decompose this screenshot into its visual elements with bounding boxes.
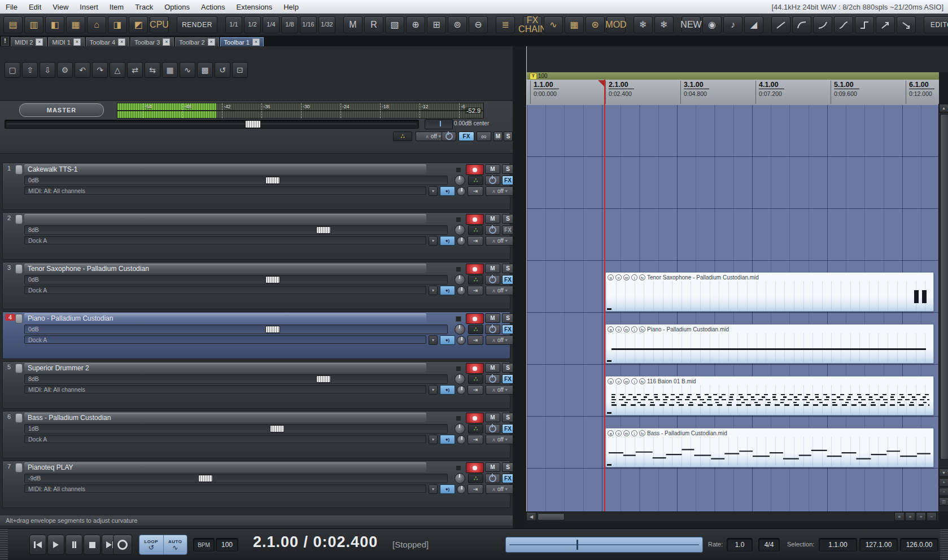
- trim-envelope-button[interactable]: ∴: [468, 225, 483, 235]
- edit-cursor[interactable]: [604, 80, 605, 511]
- record-monitor-button[interactable]: ●): [440, 335, 455, 345]
- envelope-mode-dropdown[interactable]: ∧ off ▾: [486, 435, 514, 444]
- add-marker-icon[interactable]: M: [343, 16, 362, 33]
- pan-knob[interactable]: [455, 324, 465, 335]
- record-monitor-button[interactable]: ●): [440, 385, 455, 395]
- virtual-keys-icon[interactable]: ▦: [565, 16, 584, 33]
- envelope-nodes-icon[interactable]: ∿: [180, 62, 195, 78]
- item-fx-icon[interactable]: fx: [639, 378, 645, 384]
- master-solo-button[interactable]: S: [504, 132, 513, 141]
- item-properties-icon[interactable]: i: [631, 378, 637, 384]
- input-gain-knob[interactable]: [457, 286, 466, 295]
- media-item[interactable]: a ≡ m i fx Piano - Palladium Custodian.m…: [605, 324, 934, 364]
- pan-knob[interactable]: [455, 274, 465, 285]
- zoom-out-icon[interactable]: ⊖: [469, 16, 488, 33]
- add-region-icon[interactable]: R: [364, 16, 383, 33]
- mute-button[interactable]: M: [485, 264, 500, 273]
- track-template-icon[interactable]: ▤: [3, 16, 23, 33]
- docker-tab[interactable]: Toolbar 1 ×: [220, 37, 264, 46]
- selection-end-field[interactable]: 127.1.00: [859, 538, 898, 552]
- volume-fader[interactable]: 0dB: [24, 176, 448, 185]
- record-arm-button[interactable]: [466, 313, 484, 324]
- record-arm-button[interactable]: [466, 462, 484, 473]
- home-icon[interactable]: ⌂: [87, 16, 106, 33]
- item-notes-icon[interactable]: ≡: [615, 378, 622, 384]
- vscroll-thumb[interactable]: [940, 114, 948, 460]
- media-item[interactable]: a ≡ m i fx Bass - Palladium Custodian.mi…: [605, 428, 934, 467]
- envelope-mode-dropdown[interactable]: ∧ off ▾: [486, 484, 514, 494]
- new-item-icon[interactable]: ▢: [5, 62, 20, 78]
- mute-button[interactable]: M: [485, 164, 500, 174]
- menu-item[interactable]: Extensions: [231, 3, 278, 11]
- menu-item[interactable]: Actions: [195, 3, 231, 11]
- automation-button[interactable]: AUTO ∿: [164, 535, 187, 554]
- menu-item[interactable]: Options: [159, 3, 195, 11]
- input-gain-knob[interactable]: [457, 187, 466, 196]
- zoom-items-icon[interactable]: ⊞: [427, 16, 446, 33]
- media-item[interactable]: a ≡ m i fx 116 Baion 01 B.mid: [605, 376, 934, 415]
- folder-compact-button[interactable]: [456, 316, 461, 322]
- selection-length-field[interactable]: 126.0.00: [900, 538, 938, 552]
- editor-button[interactable]: EDITOR: [924, 16, 948, 33]
- track-power-button[interactable]: [485, 424, 500, 434]
- input-routing-field[interactable]: MIDI: All: All channels: [24, 484, 426, 493]
- master-button[interactable]: MASTER: [19, 103, 104, 117]
- marquee-select-icon[interactable]: ▧: [385, 16, 404, 33]
- go-to-start-button[interactable]: [29, 535, 46, 555]
- fader-handle[interactable]: [198, 475, 213, 482]
- master-mute-button[interactable]: M: [493, 132, 503, 141]
- track-name-field[interactable]: Superior Drummer 2: [24, 363, 426, 373]
- trim-envelope-button[interactable]: ∴: [468, 374, 483, 384]
- fx-button[interactable]: FX: [502, 424, 514, 434]
- alert-icon[interactable]: !: [1, 37, 9, 46]
- input-assign-button[interactable]: ⇥: [468, 435, 483, 444]
- volume-fader[interactable]: 1dB: [24, 424, 448, 434]
- solo-button[interactable]: S: [502, 164, 514, 174]
- loop-toggle-icon[interactable]: ↺: [215, 62, 230, 78]
- zoom-selection-icon[interactable]: ⊕: [406, 16, 425, 33]
- folder-compact-button[interactable]: [456, 366, 461, 371]
- track-grab-handle[interactable]: [15, 314, 23, 323]
- fx-button[interactable]: FX: [502, 225, 514, 235]
- menu-item[interactable]: View: [47, 3, 74, 11]
- hzoom-in-icon[interactable]: +: [916, 512, 926, 521]
- item-fx-icon[interactable]: fx: [639, 274, 645, 281]
- track-grab-handle[interactable]: [15, 215, 23, 224]
- track-power-button[interactable]: [485, 275, 500, 285]
- export-down-icon[interactable]: ⇩: [40, 62, 55, 78]
- piano-roll-icon[interactable]: ▩: [197, 62, 213, 78]
- stop-button[interactable]: [84, 535, 101, 555]
- track-row[interactable]: 7 Pianoteq PLAY M S -9dB ∴ FX MIDI: All:…: [2, 461, 510, 508]
- input-routing-field[interactable]: MIDI: All: All channels: [24, 186, 426, 195]
- menu-item[interactable]: File: [0, 3, 23, 11]
- input-routing-field[interactable]: Dock A: [24, 335, 426, 344]
- scroll-left-icon[interactable]: ◀: [526, 512, 536, 521]
- track-grab-handle[interactable]: [15, 364, 23, 373]
- track-row[interactable]: 6 Bass - Palladium Custodian M S 1dB ∴ F…: [2, 411, 510, 458]
- volume-fader[interactable]: -9dB: [24, 474, 448, 483]
- envelope-mode-dropdown[interactable]: ∧ off ▾: [486, 286, 514, 295]
- volume-fader[interactable]: 0dB: [24, 325, 448, 334]
- track-grab-handle[interactable]: [15, 165, 23, 174]
- tab-close-icon[interactable]: ×: [36, 38, 43, 46]
- master-power-button[interactable]: [442, 132, 456, 141]
- mute-button[interactable]: M: [485, 313, 500, 323]
- env-arrow-up-icon[interactable]: [876, 16, 895, 33]
- fx-chain-icon[interactable]: FX CHAIN: [523, 16, 542, 33]
- redo-icon[interactable]: ↷: [92, 62, 108, 78]
- item-notes-icon[interactable]: ≡: [615, 274, 622, 281]
- pan-knob[interactable]: [455, 225, 465, 235]
- track-row[interactable]: 4 Piano - Palladium Custodian M S 0dB ∴ …: [2, 312, 510, 359]
- freeze-track-icon[interactable]: ❄: [634, 16, 653, 33]
- envelope-mode-dropdown[interactable]: ∧ off ▾: [486, 236, 514, 246]
- volume-fader[interactable]: 8dB: [24, 225, 448, 235]
- track-power-button[interactable]: [485, 225, 500, 235]
- play-button[interactable]: [47, 535, 64, 555]
- docker-tab[interactable]: Toolbar 2 ×: [175, 37, 219, 46]
- selection-start-field[interactable]: 1.1.00: [819, 538, 857, 552]
- input-gain-knob[interactable]: [457, 485, 466, 494]
- master-volume-fader[interactable]: [5, 120, 419, 129]
- vzoom-in-icon[interactable]: +: [939, 478, 948, 487]
- solo-button[interactable]: S: [502, 462, 514, 472]
- envelope-mode-dropdown[interactable]: ∧ off ▾: [486, 335, 514, 345]
